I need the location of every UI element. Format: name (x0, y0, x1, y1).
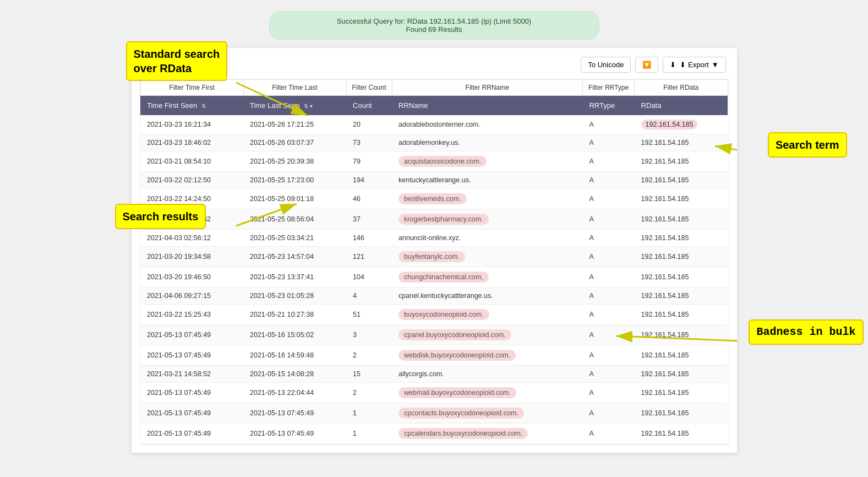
cell-count: 46 (346, 189, 392, 209)
cell-rrtype: A (582, 403, 634, 424)
table-row: 2021-03-20 19:46:50 2021-05-23 13:37:41 … (140, 267, 728, 288)
to-unicode-button[interactable]: To Unicode (581, 57, 631, 73)
cell-time-first: 2021-03-23 16:21:34 (140, 115, 243, 134)
cell-rdata: 192.161.54.185 (635, 267, 728, 288)
cell-time-last: 2021-05-23 13:37:41 (243, 267, 346, 288)
cell-rrname: webmail.buyoxycodoneopioid.com. (392, 383, 582, 403)
highlight-rrname: buyoxycodoneopioid.com. (398, 309, 489, 320)
highlight-rrname: chungchinachemical.com. (398, 272, 489, 283)
cell-rrtype: A (582, 172, 634, 189)
table-row: 2021-05-13 07:45:49 2021-05-13 07:45:49 … (140, 424, 728, 444)
export-icon: ⬇ (670, 61, 676, 69)
table-row: 2021-05-13 07:45:49 2021-05-13 22:04:44 … (140, 383, 728, 403)
col-rrtype[interactable]: RRType (582, 96, 634, 116)
cell-time-first: 2021-03-20 19:46:50 (140, 267, 243, 288)
highlight-rrname: webdisk.buyoxycodoneopioid.com. (398, 350, 516, 361)
success-query-line: Successful Query for: RData 192.161.54.1… (281, 17, 588, 25)
cell-count: 1 (346, 424, 392, 444)
cell-time-last: 2021-05-13 07:45:49 (243, 424, 346, 444)
cell-rrname: annunciit-online.xyz. (392, 230, 582, 247)
cell-rrtype: A (582, 366, 634, 383)
filter-icon: 🔽 (642, 61, 651, 69)
cell-rrname: cpcalendars.buyoxycodoneopioid.com. (392, 424, 582, 444)
success-results-line: Found 69 Results (281, 25, 588, 34)
col-time-last-seen[interactable]: Time Last Seen ⇅ ▾ (243, 96, 346, 116)
table-row: 2021-05-13 07:45:49 2021-05-16 15:05:02 … (140, 325, 728, 345)
cell-rrname: chungchinachemical.com. (392, 267, 582, 288)
cell-time-last: 2021-05-25 17:23:00 (243, 172, 346, 189)
cell-time-last: 2021-05-25 03:34:21 (243, 230, 346, 247)
cell-rdata: 192.161.54.185 (635, 345, 728, 366)
filter-time-last-button[interactable]: Filter Time Last (244, 80, 346, 95)
cell-rdata: 192.161.54.185 (635, 151, 728, 172)
filter-button[interactable]: 🔽 (635, 57, 658, 73)
cell-rrtype: A (582, 209, 634, 230)
table-row: 2021-04-06 09:27:15 2021-05-23 01:05:28 … (140, 288, 728, 305)
cell-time-first: 2021-03-21 08:54:10 (140, 151, 243, 172)
cell-count: 15 (346, 366, 392, 383)
cell-rrname: allycorgis.com. (392, 366, 582, 383)
cell-rdata: 192.161.54.185 (635, 366, 728, 383)
table-row: 2021-03-23 18:46:02 2021-05-26 03:07:37 … (140, 134, 728, 151)
cell-count: 121 (346, 247, 392, 267)
cell-rrtype: A (582, 345, 634, 366)
table-row: 2021-03-22 14:39:52 2021-05-25 08:56:04 … (140, 209, 728, 230)
col-count[interactable]: Count (346, 96, 392, 116)
cell-time-last: 2021-05-16 14:59:48 (243, 345, 346, 366)
cell-rdata: 192.161.54.185 (635, 424, 728, 444)
col-rdata[interactable]: RData (635, 96, 728, 116)
cell-time-last: 2021-05-25 08:56:04 (243, 209, 346, 230)
cell-count: 73 (346, 134, 392, 151)
cell-rrtype: A (582, 305, 634, 325)
cell-rrname: cpanel.kentuckycattlerange.us. (392, 288, 582, 305)
filter-time-first-button[interactable]: Filter Time First (141, 80, 243, 95)
cell-count: 4 (346, 288, 392, 305)
cell-time-last: 2021-05-23 14:57:04 (243, 247, 346, 267)
cell-time-first: 2021-03-20 19:34:58 (140, 247, 243, 267)
cell-rdata: 192.161.54.185 (635, 247, 728, 267)
highlight-rrname: cpcalendars.buyoxycodoneopioid.com. (398, 428, 528, 439)
callout-search-term: Search term (768, 132, 847, 158)
cell-time-first: 2021-04-06 09:27:15 (140, 288, 243, 305)
cell-time-last: 2021-05-25 20:39:38 (243, 151, 346, 172)
cell-time-first: 2021-05-13 07:45:49 (140, 345, 243, 366)
filter-rrname-button[interactable]: Filter RRName (392, 80, 582, 95)
cell-rrtype: A (582, 115, 634, 134)
cell-rrname: buyfentanylc.com. (392, 247, 582, 267)
export-button[interactable]: ⬇ ⬇ Export ▼ (663, 57, 725, 73)
filter-rrtype-button[interactable]: Filter RRType (583, 80, 634, 95)
highlight-rrname: cpcontacts.buyoxycodoneopioid.com. (398, 408, 524, 419)
highlight-rrname: webmail.buyoxycodoneopioid.com. (398, 387, 516, 398)
cell-rrname: cpanel.buyoxycodoneopioid.com. (392, 325, 582, 345)
cell-count: 1 (346, 403, 392, 424)
cell-rrtype: A (582, 424, 634, 444)
cell-rrtype: A (582, 267, 634, 288)
cell-time-last: 2021-05-23 01:05:28 (243, 288, 346, 305)
cell-time-last: 2021-05-21 10:27:38 (243, 305, 346, 325)
col-time-first-seen[interactable]: Time First Seen ⇅ (140, 96, 243, 116)
cell-time-first: 2021-03-22 02:12:50 (140, 172, 243, 189)
cell-rrname: cpcontacts.buyoxycodoneopioid.com. (392, 403, 582, 424)
cell-time-first: 2021-05-13 07:45:49 (140, 403, 243, 424)
highlight-rrname: buyfentanylc.com. (398, 251, 465, 262)
filter-rdata-button[interactable]: Filter RData (635, 80, 727, 95)
cell-time-last: 2021-05-26 17:21:25 (243, 115, 346, 134)
cell-time-last: 2021-05-13 07:45:49 (243, 403, 346, 424)
col-rrname[interactable]: RRName (392, 96, 582, 116)
cell-rrtype: A (582, 134, 634, 151)
table-row: 2021-03-22 15:25:43 2021-05-21 10:27:38 … (140, 305, 728, 325)
cell-time-last: 2021-05-26 03:07:37 (243, 134, 346, 151)
sort-icon-time-last: ⇅ ▾ (304, 103, 313, 109)
cell-rdata: 192.161.54.185 (635, 325, 728, 345)
table-row: 2021-04-03 02:56:12 2021-05-25 03:34:21 … (140, 230, 728, 247)
cell-rrname: acquistaossicodone.com. (392, 151, 582, 172)
cell-count: 37 (346, 209, 392, 230)
highlight-rrname: krogerbestpharmacy.com. (398, 214, 489, 225)
cell-rrtype: A (582, 288, 634, 305)
cell-count: 51 (346, 305, 392, 325)
cell-rrtype: A (582, 383, 634, 403)
cell-rrname: krogerbestpharmacy.com. (392, 209, 582, 230)
filter-count-button[interactable]: Filter Count (347, 80, 392, 95)
cell-rrtype: A (582, 151, 634, 172)
table-row: 2021-03-23 16:21:34 2021-05-26 17:21:25 … (140, 115, 728, 134)
